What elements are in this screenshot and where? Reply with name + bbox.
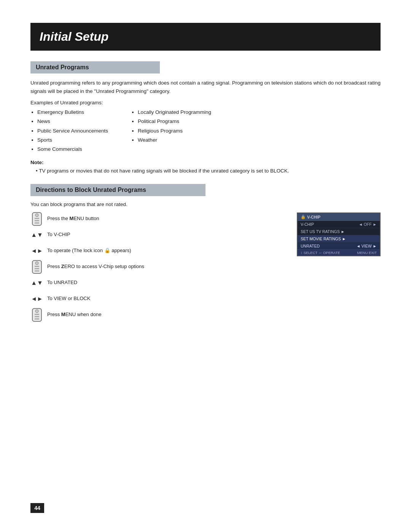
page-container: Initial Setup Unrated Programs Unrated p… bbox=[0, 0, 411, 532]
svg-rect-14 bbox=[35, 318, 39, 320]
tv-menu-footer: ↕ SELECT ↔ OPERATE MENU EXIT bbox=[298, 249, 380, 256]
list-item: Locally Originated Programming bbox=[138, 108, 211, 117]
list-item: Some Commercials bbox=[37, 145, 108, 154]
svg-rect-12 bbox=[35, 314, 39, 315]
list-item: Public Service Announcements bbox=[37, 126, 108, 136]
tv-menu-title-icon: 🔒 bbox=[301, 214, 306, 219]
tv-menu-title: 🔒 V-CHIP bbox=[298, 213, 380, 221]
svg-point-11 bbox=[35, 310, 38, 313]
step-row-3: ◄► To operate (The lock icon 🔒 appears) bbox=[30, 244, 285, 257]
step-text-1: Press the MENU button bbox=[47, 212, 285, 222]
svg-rect-4 bbox=[35, 222, 39, 224]
remote-icon-2 bbox=[30, 260, 43, 273]
directions-intro: You can block programs that are not rate… bbox=[30, 201, 381, 207]
section1-body: Unrated programming refers to any progra… bbox=[30, 79, 381, 95]
updown-arrow-icon-1: ▲▼ bbox=[30, 228, 43, 241]
tv-menu-row-vchip: V-CHIP ◄ OFF ► bbox=[298, 221, 380, 228]
lr-arrow-icon-1: ◄► bbox=[30, 244, 43, 257]
note-section: Note: • TV programs or movies that do no… bbox=[30, 160, 381, 175]
svg-rect-13 bbox=[35, 316, 39, 317]
remote-icon-3 bbox=[30, 308, 43, 321]
svg-rect-8 bbox=[35, 268, 39, 269]
section-unrated-programs: Unrated Programs Unrated programming ref… bbox=[30, 61, 381, 175]
page-title: Initial Setup bbox=[30, 23, 381, 51]
svg-rect-7 bbox=[35, 266, 39, 267]
tv-menu-widget: 🔒 V-CHIP V-CHIP ◄ OFF ► SET US TV RATING… bbox=[297, 212, 381, 256]
step-row-4: Press ZERO to access V-Chip setup option… bbox=[30, 260, 285, 273]
section1-header: Unrated Programs bbox=[30, 61, 160, 73]
svg-point-6 bbox=[35, 262, 38, 265]
section2-header: Directions to Block Unrated Programs bbox=[30, 184, 206, 196]
step-text-5: To UNRATED bbox=[47, 276, 285, 286]
list-item: Political Programs bbox=[138, 117, 211, 126]
examples-columns: Emergency Bulletins News Public Service … bbox=[30, 108, 381, 154]
svg-rect-3 bbox=[35, 220, 39, 221]
lr-arrow-icon-2: ◄► bbox=[30, 292, 43, 305]
step-text-2: To V-CHIP bbox=[47, 228, 285, 238]
list-item: Emergency Bulletins bbox=[37, 108, 108, 117]
svg-rect-2 bbox=[35, 218, 39, 219]
steps-list: Press the MENU button ▲▼ To V-CHIP ◄► To… bbox=[30, 212, 285, 324]
step-row-1: Press the MENU button bbox=[30, 212, 285, 225]
directions-layout: Press the MENU button ▲▼ To V-CHIP ◄► To… bbox=[30, 212, 381, 324]
list-item: Religious Programs bbox=[138, 126, 211, 136]
section-directions: Directions to Block Unrated Programs You… bbox=[30, 184, 381, 324]
svg-rect-9 bbox=[35, 270, 39, 272]
examples-label: Examples of Unrated programs: bbox=[30, 100, 381, 105]
step-row-5: ▲▼ To UNRATED bbox=[30, 276, 285, 289]
list-item: Sports bbox=[37, 136, 108, 145]
step-row-2: ▲▼ To V-CHIP bbox=[30, 228, 285, 241]
list-item: News bbox=[37, 117, 108, 126]
step-text-4: Press ZERO to access V-Chip setup option… bbox=[47, 260, 285, 270]
tv-menu-row-movie: SET MOVIE RATINGS ► bbox=[298, 235, 380, 243]
step-text-6: To VIEW or BLOCK bbox=[47, 292, 285, 302]
examples-col1: Emergency Bulletins News Public Service … bbox=[30, 108, 108, 154]
list-item: Weather bbox=[138, 136, 211, 145]
updown-arrow-icon-2: ▲▼ bbox=[30, 276, 43, 289]
step-row-7: Press MENU when done bbox=[30, 308, 285, 321]
svg-point-1 bbox=[35, 214, 38, 217]
step-row-6: ◄► To VIEW or BLOCK bbox=[30, 292, 285, 305]
note-text: • TV programs or movies that do not have… bbox=[36, 167, 381, 175]
examples-col2: Locally Originated Programming Political… bbox=[131, 108, 211, 154]
remote-icon-1 bbox=[30, 212, 43, 225]
step-text-7: Press MENU when done bbox=[47, 308, 285, 318]
tv-menu-row-us-tv: SET US TV RATINGS ► bbox=[298, 228, 380, 235]
tv-menu-row-unrated: UNRATED ◄ VIEW ► bbox=[298, 243, 380, 249]
step-text-3: To operate (The lock icon 🔒 appears) bbox=[47, 244, 285, 254]
note-label: Note: bbox=[30, 160, 381, 165]
page-number: 44 bbox=[30, 503, 44, 513]
